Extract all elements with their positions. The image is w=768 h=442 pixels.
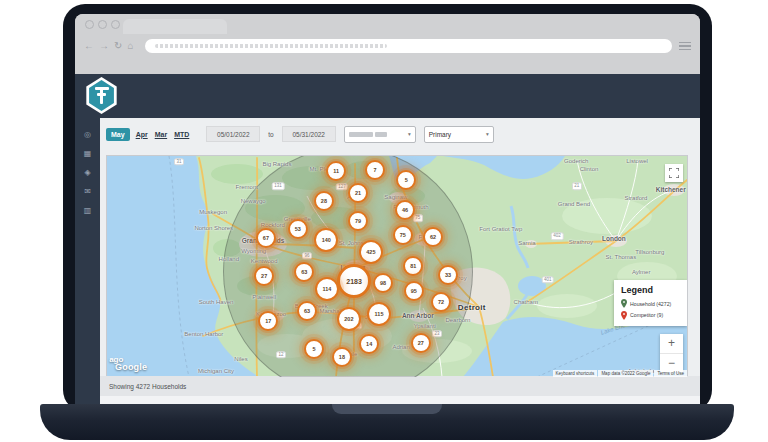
- cluster-marker[interactable]: 114: [315, 277, 339, 301]
- attribution-link[interactable]: Map data ©2022 Google: [598, 370, 653, 377]
- app-body: ◎▦◈✉▥ MayAprMarMTD 05/01/2022 to 05/31/2…: [75, 118, 700, 410]
- city-label: Niles: [234, 356, 247, 362]
- fullscreen-icon: [669, 168, 679, 178]
- forward-icon[interactable]: →: [99, 41, 109, 51]
- cluster-marker[interactable]: 63: [294, 262, 314, 282]
- attribution-link[interactable]: Terms of Use: [654, 370, 687, 377]
- page: ← → ↻ ⌂: [0, 0, 768, 442]
- view-select[interactable]: Primary ▾: [424, 126, 494, 143]
- tab-may[interactable]: May: [106, 128, 130, 141]
- city-label: Listowel: [626, 158, 648, 164]
- road-shield: 23: [432, 330, 442, 338]
- date-range-to-label: to: [268, 131, 273, 138]
- toolbar-tabs: MayAprMarMTD: [106, 128, 196, 141]
- city-label: Detroit: [458, 302, 486, 311]
- app-logo: [85, 77, 118, 114]
- globe-icon[interactable]: ◎: [84, 131, 91, 139]
- screen-content: ← → ↻ ⌂: [75, 14, 700, 410]
- road-shield: 401: [542, 276, 555, 284]
- fullscreen-button[interactable]: [665, 164, 683, 182]
- city-label: Kentwood: [251, 258, 278, 264]
- city-label: Plainwell: [252, 294, 276, 300]
- cluster-marker[interactable]: 67: [256, 228, 276, 248]
- city-label: Clinton: [580, 166, 599, 172]
- date-to-input[interactable]: 05/31/2022: [282, 126, 336, 142]
- map-legend: Legend Household (4272) Competitor (9): [614, 280, 687, 326]
- cluster-marker[interactable]: 18: [332, 347, 352, 367]
- cluster-marker[interactable]: 11: [326, 161, 346, 181]
- chevron-down-icon: ▾: [486, 131, 489, 137]
- cluster-marker[interactable]: 33: [438, 265, 458, 285]
- cluster-marker[interactable]: 5: [304, 339, 324, 359]
- url-input[interactable]: [145, 39, 672, 53]
- cluster-marker[interactable]: 7: [365, 160, 385, 180]
- attribution-link[interactable]: Keyboard shortcuts: [553, 370, 598, 377]
- app-header: [75, 74, 700, 118]
- marker-icon[interactable]: ◈: [84, 169, 90, 177]
- laptop-screen-bezel: ← → ↻ ⌂: [63, 4, 712, 412]
- cluster-marker[interactable]: 27: [411, 333, 431, 353]
- cluster-marker[interactable]: 53: [288, 219, 308, 239]
- image-icon[interactable]: ▦: [84, 150, 92, 158]
- road-shield: 12: [276, 351, 286, 359]
- cluster-marker[interactable]: 28: [314, 191, 334, 211]
- city-label: Wyoming: [241, 248, 266, 254]
- cluster-marker[interactable]: 21: [348, 183, 368, 203]
- city-label: Ypsilanti: [414, 323, 436, 329]
- cluster-marker[interactable]: 72: [431, 292, 451, 312]
- tab-mtd[interactable]: MTD: [174, 131, 189, 138]
- cluster-marker[interactable]: 98: [373, 273, 393, 293]
- cluster-marker[interactable]: 95: [404, 281, 424, 301]
- cluster-marker[interactable]: 2183: [337, 264, 371, 298]
- google-logo: Google: [115, 362, 147, 372]
- map-pin-icon: [621, 299, 627, 308]
- city-label: Norton Shores: [194, 225, 233, 231]
- road-shield: 131: [272, 182, 285, 190]
- zoom-in-button[interactable]: +: [660, 334, 683, 353]
- cluster-marker[interactable]: 79: [348, 211, 368, 231]
- cluster-marker[interactable]: 75: [393, 225, 413, 245]
- cluster-marker[interactable]: 46: [395, 200, 415, 220]
- browser-tab[interactable]: [123, 19, 227, 34]
- cluster-marker[interactable]: 5: [396, 170, 416, 190]
- city-label: South Haven: [199, 299, 234, 305]
- reload-icon[interactable]: ↻: [114, 41, 122, 51]
- cluster-marker[interactable]: 425: [359, 240, 383, 264]
- window-close-icon: [85, 20, 94, 29]
- cluster-marker[interactable]: 115: [367, 302, 391, 326]
- road-shield: 75: [413, 214, 423, 222]
- date-from-input[interactable]: 05/01/2022: [206, 126, 260, 142]
- city-label: Stratford: [624, 195, 647, 201]
- cluster-marker[interactable]: 202: [337, 307, 361, 331]
- cluster-marker[interactable]: 17: [258, 311, 278, 331]
- cluster-marker[interactable]: 62: [423, 227, 443, 247]
- city-label: Kitchener: [656, 185, 686, 192]
- legend-item: Household (4272): [621, 299, 683, 308]
- cluster-marker[interactable]: 63: [297, 301, 317, 321]
- sidebar-nav: ◎▦◈✉▥: [75, 118, 100, 410]
- browser-navbar: ← → ↻ ⌂: [75, 34, 700, 58]
- city-label: Tillsonburg: [635, 249, 664, 255]
- legend-title: Legend: [621, 285, 683, 295]
- map-canvas[interactable]: Big RapidsFremontNewaygoMuskegonNorton S…: [106, 155, 688, 378]
- cluster-marker[interactable]: 27: [254, 266, 274, 286]
- home-icon[interactable]: ⌂: [127, 41, 133, 51]
- back-icon[interactable]: ←: [84, 41, 94, 51]
- cluster-marker[interactable]: 14: [359, 334, 379, 354]
- cluster-marker[interactable]: 140: [314, 228, 338, 252]
- view-select-value: Primary: [429, 131, 451, 138]
- tab-apr[interactable]: Apr: [136, 131, 148, 138]
- city-label: Fort Gratiot Twp: [479, 226, 522, 232]
- road-shield: 402: [551, 232, 564, 240]
- window-minimize-icon: [98, 20, 107, 29]
- menu-icon[interactable]: [679, 42, 691, 51]
- company-select[interactable]: ▾: [344, 126, 416, 143]
- cluster-marker[interactable]: 81: [403, 256, 423, 276]
- tab-mar[interactable]: Mar: [155, 131, 167, 138]
- mail-icon[interactable]: ✉: [84, 188, 91, 196]
- city-label: Strathroy: [569, 239, 593, 245]
- url-placeholder: [155, 44, 387, 48]
- legend-item-label: Competitor (9): [630, 312, 663, 318]
- laptop-base: [40, 404, 734, 440]
- chart-icon[interactable]: ▥: [84, 207, 92, 215]
